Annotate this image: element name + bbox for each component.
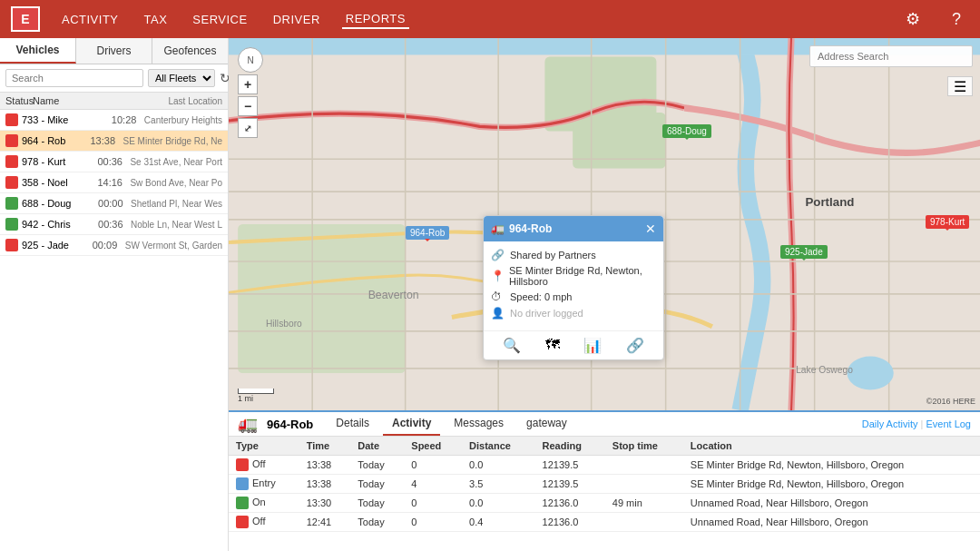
tab-vehicles[interactable]: Vehicles — [0, 38, 76, 64]
col-name-header: Name — [33, 95, 167, 106]
bottom-tabs: 🚛 964-Rob Details Activity Messages gate… — [229, 412, 980, 437]
daily-activity-link[interactable]: Daily Activity — [862, 418, 918, 429]
vehicle-location: Noble Ln, Near West L — [131, 220, 222, 230]
popup-close-button[interactable]: ✕ — [645, 221, 656, 236]
vehicle-location: Canterbury Heights — [144, 115, 222, 125]
cell-type: Off — [229, 513, 299, 532]
map-marker[interactable]: 964-Rob — [406, 226, 449, 240]
cell-speed: 0 — [404, 456, 462, 475]
bottom-tab-activity[interactable]: Activity — [383, 412, 440, 436]
nav-service[interactable]: SERVICE — [189, 11, 250, 28]
cell-type: Off — [229, 456, 299, 475]
compass-control[interactable]: N — [238, 47, 263, 73]
cell-location: SE Minter Bridge Rd, Newton, Hillsboro, … — [683, 456, 980, 475]
vehicle-time: 00:00 — [98, 198, 131, 209]
nav-driver[interactable]: DRIVER — [270, 11, 324, 28]
vehicle-row[interactable]: 978 - Kurt 00:36 Se 31st Ave, Near Port — [0, 152, 228, 172]
zoom-region[interactable]: ⤢ — [238, 118, 258, 138]
event-log-link[interactable]: Event Log — [926, 418, 971, 429]
search-input[interactable] — [5, 69, 143, 87]
map-container[interactable]: Beaverton Portland Hillsboro Lake Oswego… — [229, 38, 980, 410]
zoom-out-button[interactable]: − — [238, 96, 258, 116]
cell-reading: 12139.5 — [535, 456, 605, 475]
popup-shared-text: Shared by Partners — [510, 250, 596, 261]
map-layers-toggle[interactable]: ☰ — [947, 76, 973, 96]
address-search — [809, 45, 973, 67]
bottom-tab-messages[interactable]: Messages — [445, 412, 513, 436]
status-indicator — [5, 155, 18, 168]
svg-text:Lake Oswego: Lake Oswego — [796, 365, 853, 375]
zoom-in-button[interactable]: + — [238, 74, 258, 94]
vehicle-row[interactable]: 925 - Jade 00:09 SW Vermont St, Garden — [0, 235, 228, 256]
map-action-icon[interactable]: 🗺 — [545, 337, 560, 354]
cell-reading: 12136.0 — [535, 494, 605, 513]
sidebar-tabs: Vehicles Drivers Geofences — [0, 38, 228, 64]
bottom-tab-gateway[interactable]: gateway — [517, 412, 576, 436]
popup-location-row: 📍 SE Minter Bridge Rd, Newton, Hillsboro — [491, 265, 656, 287]
nav-tax[interactable]: TAX — [141, 11, 172, 28]
cell-date: Today — [350, 456, 404, 475]
popup-driver-text: No driver logged — [510, 308, 583, 319]
tab-drivers[interactable]: Drivers — [76, 38, 152, 64]
cell-distance: 3.5 — [462, 475, 534, 494]
cell-reading: 12136.0 — [535, 513, 605, 532]
nav-activity[interactable]: ACTIVITY — [58, 11, 122, 28]
popup-speed-row: ⏱ Speed: 0 mph — [491, 290, 656, 303]
popup-body: 🔗 Shared by Partners 📍 SE Minter Bridge … — [484, 241, 663, 330]
vehicle-location: SW Vermont St, Garden — [125, 241, 222, 251]
svg-text:Beaverton: Beaverton — [368, 289, 419, 301]
popup-vehicle-name: 964-Rob — [509, 222, 552, 235]
cell-time: 12:41 — [299, 513, 351, 532]
cell-stop-time — [605, 513, 683, 532]
cell-date: Today — [350, 513, 404, 532]
table-row[interactable]: Off 13:38 Today 0 0.0 12139.5 SE Minter … — [229, 456, 980, 475]
col-status-header: Status — [5, 95, 31, 106]
vehicle-list: 733 - Mike 10:28 Canterbury Heights 964 … — [0, 110, 228, 551]
map-marker[interactable]: 978-Kurt — [926, 215, 969, 229]
address-search-input[interactable] — [809, 45, 973, 67]
status-indicator — [5, 176, 18, 189]
table-header-row: Type Time Date Speed Distance Reading St… — [229, 437, 980, 456]
vehicle-row[interactable]: 964 - Rob 13:38 SE Minter Bridge Rd, Ne — [0, 131, 228, 152]
speed-icon: ⏱ — [491, 290, 505, 303]
map-marker[interactable]: 925-Jade — [780, 245, 828, 259]
vehicle-row[interactable]: 733 - Mike 10:28 Canterbury Heights — [0, 110, 228, 131]
vehicle-time: 00:36 — [97, 156, 130, 167]
vehicle-row[interactable]: 688 - Doug 00:00 Shetland Pl, Near Wes — [0, 193, 228, 214]
popup-speed-text: Speed: 0 mph — [510, 291, 573, 302]
scale-label: 1 mi — [238, 394, 253, 403]
fleet-select[interactable]: All Fleets — [148, 69, 215, 87]
nav-reports[interactable]: REPORTS — [342, 10, 409, 29]
bottom-tab-details[interactable]: Details — [327, 412, 378, 436]
popup-header: 🚛 964-Rob ✕ — [484, 216, 663, 241]
share-icon: 🔗 — [491, 249, 505, 261]
vehicle-name: 358 - Noel — [22, 177, 97, 188]
settings-icon[interactable]: ⚙ — [900, 6, 926, 32]
link-action-icon[interactable]: 🔗 — [626, 337, 644, 354]
status-indicator — [5, 197, 18, 210]
vehicle-row[interactable]: 942 - Chris 00:36 Noble Ln, Near West L — [0, 214, 228, 235]
list-header: Status Name Last Location — [0, 93, 228, 110]
vehicle-row[interactable]: 358 - Noel 14:16 Sw Bond Ave, Near Po — [0, 172, 228, 193]
svg-point-20 — [848, 357, 894, 390]
zoom-action-icon[interactable]: 🔍 — [503, 337, 521, 354]
tab-geofences[interactable]: Geofences — [152, 38, 228, 64]
vehicle-popup: 🚛 964-Rob ✕ 🔗 Shared by Partners 📍 SE Mi… — [483, 215, 664, 360]
main-layout: Vehicles Drivers Geofences All Fleets ↻ … — [0, 38, 980, 551]
table-row[interactable]: On 13:30 Today 0 0.0 12136.0 49 min Unna… — [229, 494, 980, 513]
table-row[interactable]: Entry 13:38 Today 4 3.5 12139.5 SE Minte… — [229, 475, 980, 494]
vehicle-location: SE Minter Bridge Rd, Ne — [123, 136, 223, 146]
popup-shared-row: 🔗 Shared by Partners — [491, 249, 656, 261]
table-row[interactable]: Off 12:41 Today 0 0.4 12136.0 Unnamed Ro… — [229, 513, 980, 532]
vehicle-time: 00:09 — [93, 240, 125, 251]
popup-actions: 🔍 🗺 📊 🔗 — [484, 330, 663, 359]
vehicle-name: 688 - Doug — [22, 198, 98, 209]
cell-distance: 0.0 — [462, 456, 534, 475]
col-type: Type — [229, 437, 299, 456]
map-marker[interactable]: 688-Doug — [662, 124, 711, 138]
chart-action-icon[interactable]: 📊 — [583, 337, 602, 354]
help-icon[interactable]: ? — [944, 6, 969, 32]
type-icon — [236, 477, 249, 490]
svg-rect-3 — [573, 113, 666, 169]
cell-type: Entry — [229, 475, 299, 494]
